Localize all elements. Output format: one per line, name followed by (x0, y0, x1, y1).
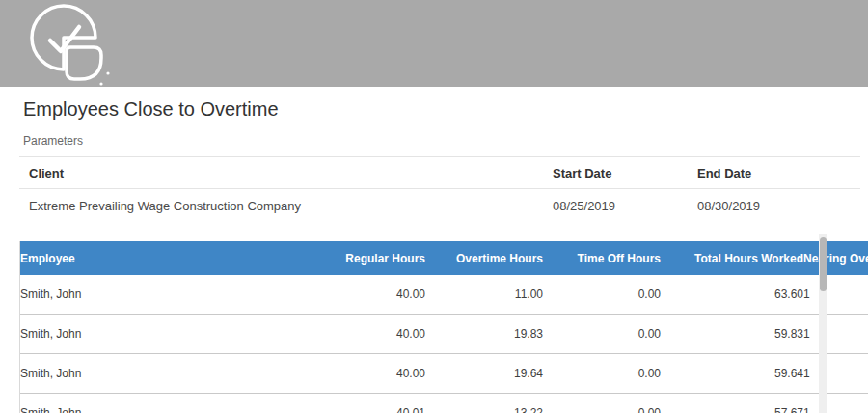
cell-regular-hours: 40.00 (310, 354, 425, 394)
parameters-label: Parameters (23, 134, 868, 148)
cell-employee: Smith, John (20, 394, 310, 413)
cell-nearing-overtime: 1 (803, 354, 868, 394)
cell-regular-hours: 40.01 (310, 394, 425, 413)
cell-total-hours-worked: 57.67 (661, 394, 803, 413)
param-header-start-date: Start Date (553, 157, 697, 189)
cell-time-off-hours: 0.00 (543, 354, 661, 394)
cell-total-hours-worked: 59.83 (661, 315, 803, 354)
table-row: Smith, John 40.01 13.22 0.00 57.67 1 (20, 394, 868, 413)
col-header-regular-hours: Regular Hours (310, 241, 425, 275)
cell-time-off-hours: 0.00 (543, 275, 661, 315)
cell-employee: Smith, John (20, 275, 310, 315)
cell-regular-hours: 40.00 (310, 275, 425, 315)
cell-nearing-overtime: 1 (803, 394, 868, 413)
cell-employee: Smith, John (20, 354, 310, 394)
cell-nearing-overtime: 1 (803, 275, 868, 315)
cell-overtime-hours: 19.64 (425, 354, 543, 394)
cell-time-off-hours: 0.00 (543, 394, 661, 413)
parameters-value-row: Extreme Prevailing Wage Construction Com… (19, 189, 860, 223)
param-header-end-date: End Date (697, 157, 860, 189)
parameters-header-row: Client Start Date End Date (19, 157, 860, 189)
cell-total-hours-worked: 59.64 (661, 354, 803, 394)
col-header-employee: Employee (20, 241, 310, 275)
param-client-value: Extreme Prevailing Wage Construction Com… (19, 189, 553, 223)
scrollbar-thumb[interactable] (820, 237, 827, 291)
scrollbar-track[interactable] (819, 234, 827, 413)
cell-time-off-hours: 0.00 (543, 315, 661, 354)
param-header-client: Client (19, 157, 553, 189)
cell-overtime-hours: 11.00 (425, 275, 543, 315)
param-end-date-value: 08/30/2019 (697, 189, 860, 223)
cell-overtime-hours: 19.83 (425, 315, 543, 354)
col-header-total-hours-worked: Total Hours Worked (661, 241, 803, 275)
report-table: Employee Regular Hours Overtime Hours Ti… (20, 241, 868, 413)
col-header-nearing-overtime: Nearing Overtime (803, 241, 868, 275)
report-table-container: Employee Regular Hours Overtime Hours Ti… (19, 241, 818, 413)
table-row: Smith, John 40.00 19.64 0.00 59.64 1 (20, 354, 868, 394)
col-header-time-off-hours: Time Off Hours (543, 241, 661, 275)
col-header-overtime-hours: Overtime Hours (425, 241, 543, 275)
cell-overtime-hours: 13.22 (425, 394, 543, 413)
param-start-date-value: 08/25/2019 (553, 189, 697, 223)
cell-nearing-overtime: 1 (803, 315, 868, 354)
cell-total-hours-worked: 63.60 (661, 275, 803, 315)
page-title: Employees Close to Overtime (23, 97, 868, 122)
top-banner (0, 0, 868, 87)
table-row: Smith, John 40.00 19.83 0.00 59.83 1 (20, 315, 868, 354)
cell-employee: Smith, John (20, 315, 310, 354)
report-header-row: Employee Regular Hours Overtime Hours Ti… (20, 241, 868, 275)
cell-regular-hours: 40.00 (310, 315, 425, 354)
pie-chart-check-icon (24, 3, 117, 90)
parameters-table: Client Start Date End Date Extreme Preva… (19, 156, 860, 222)
table-row: Smith, John 40.00 11.00 0.00 63.60 1 (20, 275, 868, 315)
